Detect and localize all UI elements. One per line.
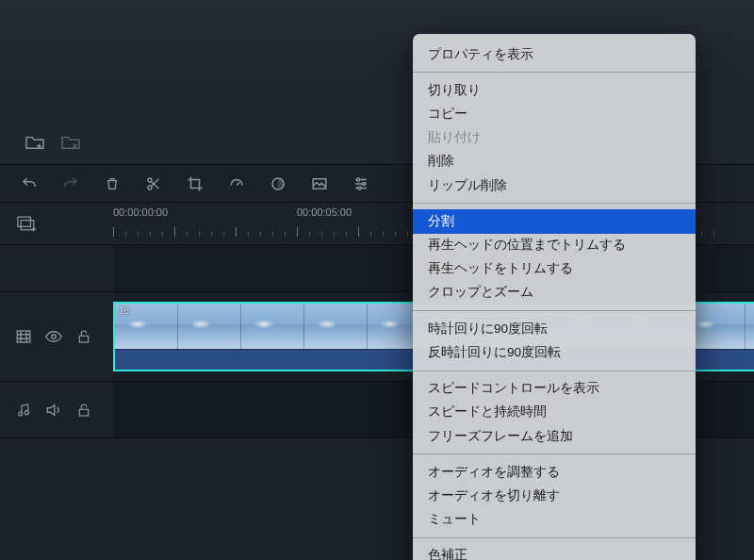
- music-note-icon[interactable]: [15, 402, 32, 419]
- menu-item[interactable]: 分割: [413, 209, 696, 233]
- lock-icon[interactable]: [75, 402, 92, 419]
- menu-item[interactable]: クロップとズーム: [413, 281, 696, 305]
- menu-item: 貼り付け: [413, 126, 696, 150]
- menu-item[interactable]: フリーズフレームを追加: [413, 424, 696, 448]
- split-icon[interactable]: [145, 175, 162, 192]
- menu-item[interactable]: 再生ヘッドをトリムする: [413, 257, 696, 281]
- speed-icon[interactable]: [228, 175, 245, 192]
- menu-item[interactable]: オーディオを切り離す: [413, 485, 696, 508]
- menu-item[interactable]: 切り取り: [413, 78, 696, 102]
- timecode-1: 00:00:05:00: [297, 206, 352, 218]
- svg-rect-9: [17, 331, 30, 342]
- svg-rect-11: [79, 336, 88, 342]
- color-icon[interactable]: [270, 175, 287, 192]
- crop-icon[interactable]: [187, 175, 204, 192]
- menu-item[interactable]: リップル削除: [413, 173, 696, 197]
- svg-rect-8: [21, 221, 34, 230]
- timeline-add-track[interactable]: [0, 203, 113, 244]
- menu-item[interactable]: プロパティを表示: [413, 42, 696, 66]
- svg-point-1: [148, 186, 152, 189]
- menu-item[interactable]: 時計回りに90度回転: [413, 317, 696, 340]
- volume-icon[interactable]: [45, 402, 62, 419]
- menu-item[interactable]: 再生ヘッドの位置までトリムする: [413, 234, 696, 257]
- redo-icon[interactable]: [62, 175, 79, 192]
- undo-icon[interactable]: [21, 175, 38, 192]
- menu-item[interactable]: 反時計回りに90度回転: [413, 340, 696, 364]
- timecode-0: 00:00:00:00: [113, 206, 168, 218]
- menu-item[interactable]: コピー: [413, 102, 696, 125]
- picture-icon[interactable]: [311, 175, 328, 192]
- svg-point-0: [148, 178, 152, 182]
- eye-icon[interactable]: [45, 328, 62, 345]
- menu-item[interactable]: ミュート: [413, 508, 696, 532]
- clip-label: 18: [119, 305, 129, 316]
- menu-item[interactable]: オーディオを調整する: [413, 460, 696, 484]
- menu-item[interactable]: 削除: [413, 150, 696, 173]
- clip-context-menu: プロパティを表示切り取りコピー貼り付け削除リップル削除分割再生ヘッドの位置までト…: [413, 34, 696, 560]
- remove-folder-button[interactable]: [60, 134, 79, 149]
- delete-icon[interactable]: [104, 175, 121, 192]
- svg-point-10: [52, 335, 57, 339]
- adjust-icon[interactable]: [352, 175, 369, 192]
- svg-rect-14: [79, 409, 88, 416]
- menu-item[interactable]: スピードコントロールを表示: [413, 377, 696, 401]
- svg-point-5: [363, 182, 366, 185]
- svg-point-4: [357, 178, 360, 181]
- svg-point-6: [358, 187, 361, 189]
- svg-rect-7: [18, 217, 31, 226]
- new-folder-button[interactable]: [25, 134, 43, 149]
- menu-item[interactable]: スピードと持続時間: [413, 401, 696, 424]
- filmstrip-icon[interactable]: [15, 328, 32, 345]
- menu-item[interactable]: 色補正: [413, 544, 696, 560]
- lock-icon[interactable]: [75, 328, 92, 345]
